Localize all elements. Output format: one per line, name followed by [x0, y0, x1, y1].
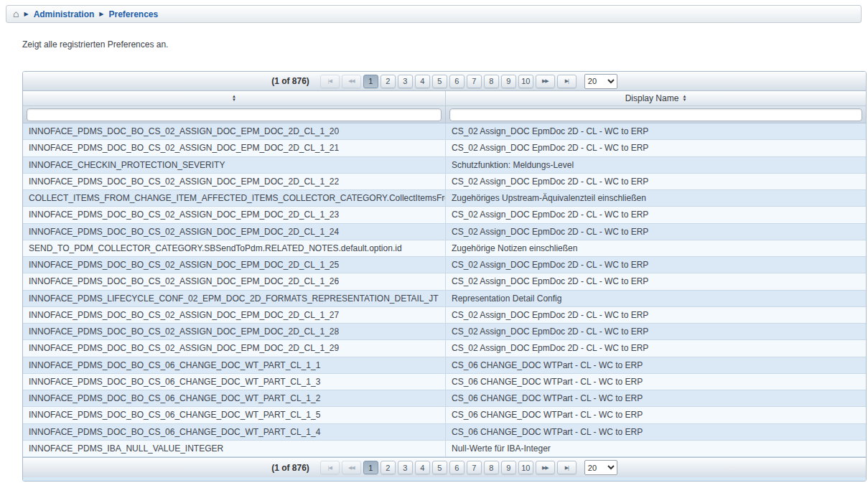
page-10-button[interactable]: 10	[518, 461, 533, 474]
page-3-button[interactable]: 3	[398, 461, 413, 474]
cell-display-name: CS_06 CHANGE_DOC WTPart - CL - WC to ERP	[446, 357, 866, 373]
page-7-button[interactable]: 7	[467, 461, 482, 474]
page-9-button[interactable]: 9	[501, 75, 516, 88]
page-1-button[interactable]: 1	[363, 461, 378, 474]
column-header-label: Display Name	[625, 93, 679, 103]
cell-display-name: CS_02 Assign_DOC EpmDoc 2D - CL - WC to …	[446, 307, 866, 323]
page-3-button[interactable]: 3	[398, 75, 413, 88]
page-2-button[interactable]: 2	[381, 75, 396, 88]
last-page-button[interactable]: ▶|	[557, 75, 577, 88]
cell-preference-name: INNOFACE_PDMS_DOC_BO_CS_02_ASSIGN_DOC_EP…	[23, 340, 446, 356]
table-row[interactable]: INNOFACE_PDMS_DOC_BO_CS_02_ASSIGN_DOC_EP…	[23, 174, 866, 190]
cell-preference-name: COLLECT_ITEMS_FROM_CHANGE_ITEM_AFFECTED_…	[23, 190, 446, 206]
breadcrumb-separator-icon: ▶	[99, 11, 103, 17]
previous-page-button: ◀◀	[342, 461, 361, 474]
table-row[interactable]: INNOFACE_PDMS_DOC_BO_CS_02_ASSIGN_DOC_EP…	[23, 140, 866, 156]
first-page-button: |◀	[320, 461, 340, 474]
cell-display-name: CS_02 Assign_DOC EpmDoc 2D - CL - WC to …	[446, 224, 866, 240]
paginator-current-text: (1 of 876)	[271, 76, 309, 86]
name-filter-input[interactable]	[27, 108, 442, 121]
cell-preference-name: INNOFACE_PDMS_DOC_BO_CS_02_ASSIGN_DOC_EP…	[23, 174, 446, 189]
cell-preference-name: INNOFACE_PDMS_DOC_BO_CS_02_ASSIGN_DOC_EP…	[23, 273, 446, 289]
cell-display-name: Zugehörige Notizen einschließen	[446, 240, 866, 256]
cell-preference-name: INNOFACE_PDMS_DOC_BO_CS_02_ASSIGN_DOC_EP…	[23, 207, 446, 222]
cell-preference-name: INNOFACE_PDMS_DOC_BO_CS_02_ASSIGN_DOC_EP…	[23, 224, 446, 240]
page-6-button[interactable]: 6	[449, 75, 465, 88]
table-row[interactable]: INNOFACE_PDMS_DOC_BO_CS_02_ASSIGN_DOC_EP…	[23, 123, 866, 140]
preferences-table: (1 of 876)|◀◀◀12345678910▶▶▶|20 ▲▼ Displ…	[22, 71, 867, 482]
table-row[interactable]: INNOFACE_PDMS_IBA_NULL_VALUE_INTEGERNull…	[23, 441, 866, 457]
rows-per-page-select[interactable]: 20	[584, 74, 617, 89]
table-row[interactable]: INNOFACE_PDMS_DOC_BO_CS_06_CHANGE_DOC_WT…	[23, 407, 866, 423]
page-5-button[interactable]: 5	[432, 75, 447, 88]
page-description: Zeigt alle registrierten Preferences an.	[22, 39, 168, 50]
page-2-button[interactable]: 2	[381, 461, 396, 474]
page-8-button[interactable]: 8	[484, 461, 499, 474]
table-row[interactable]: INNOFACE_PDMS_DOC_BO_CS_02_ASSIGN_DOC_EP…	[23, 207, 866, 223]
page-7-button[interactable]: 7	[467, 75, 482, 88]
table-row[interactable]: INNOFACE_PDMS_DOC_BO_CS_06_CHANGE_DOC_WT…	[23, 390, 866, 407]
table-row[interactable]: INNOFACE_PDMS_DOC_BO_CS_02_ASSIGN_DOC_EP…	[23, 324, 866, 340]
cell-display-name: CS_06 CHANGE_DOC WTPart - CL - WC to ERP	[446, 407, 866, 423]
page-5-button[interactable]: 5	[432, 461, 447, 474]
page-10-button[interactable]: 10	[518, 75, 533, 88]
page-6-button[interactable]: 6	[449, 461, 465, 474]
breadcrumb-separator-icon: ▶	[24, 11, 28, 17]
next-page-button[interactable]: ▶▶	[536, 461, 555, 474]
table-row[interactable]: SEND_TO_PDM_COLLECTOR_CATEGORY.SBSendToP…	[23, 240, 866, 257]
table-header-row: ▲▼ Display Name ▲▼	[23, 91, 866, 106]
paginator-top: (1 of 876)|◀◀◀12345678910▶▶▶|20	[23, 72, 866, 91]
cell-display-name: CS_02 Assign_DOC EpmDoc 2D - CL - WC to …	[446, 140, 866, 156]
page-8-button[interactable]: 8	[484, 75, 499, 88]
breadcrumb: ⌂ ▶ Administration ▶ Preferences	[6, 5, 862, 23]
table-row[interactable]: INNOFACE_PDMS_DOC_BO_CS_02_ASSIGN_DOC_EP…	[23, 257, 866, 273]
next-page-button[interactable]: ▶▶	[536, 75, 555, 88]
first-page-button: |◀	[320, 75, 340, 88]
table-row[interactable]: INNOFACE_PDMS_DOC_BO_CS_02_ASSIGN_DOC_EP…	[23, 340, 866, 357]
cell-preference-name: INNOFACE_PDMS_DOC_BO_CS_06_CHANGE_DOC_WT…	[23, 407, 446, 423]
table-row[interactable]: INNOFACE_PDMS_DOC_BO_CS_06_CHANGE_DOC_WT…	[23, 357, 866, 374]
display-name-filter-input[interactable]	[449, 108, 862, 121]
cell-display-name: CS_02 Assign_DOC EpmDoc 2D - CL - WC to …	[446, 340, 866, 356]
table-row[interactable]: INNOFACE_PDMS_DOC_BO_CS_06_CHANGE_DOC_WT…	[23, 374, 866, 390]
table-row[interactable]: INNOFACE_PDMS_DOC_BO_CS_02_ASSIGN_DOC_EP…	[23, 224, 866, 240]
table-row[interactable]: INNOFACE_PDMS_DOC_BO_CS_02_ASSIGN_DOC_EP…	[23, 273, 866, 290]
table-row[interactable]: COLLECT_ITEMS_FROM_CHANGE_ITEM_AFFECTED_…	[23, 190, 866, 207]
cell-display-name: CS_02 Assign_DOC EpmDoc 2D - CL - WC to …	[446, 324, 866, 339]
cell-display-name: CS_02 Assign_DOC EpmDoc 2D - CL - WC to …	[446, 207, 866, 222]
table-row[interactable]: INNOFACE_PDMS_DOC_BO_CS_02_ASSIGN_DOC_EP…	[23, 307, 866, 324]
page-4-button[interactable]: 4	[415, 461, 430, 474]
cell-display-name: CS_06 CHANGE_DOC WTPart - CL - WC to ERP	[446, 390, 866, 406]
table-row[interactable]: INNOFACE_PDMS_LIFECYCLE_CONF_02_EPM_DOC_…	[23, 291, 866, 307]
table-row[interactable]: INNOFACE_PDMS_DOC_BO_CS_06_CHANGE_DOC_WT…	[23, 424, 866, 441]
cell-preference-name: INNOFACE_PDMS_DOC_BO_CS_02_ASSIGN_DOC_EP…	[23, 140, 446, 156]
name-filter-cell	[23, 106, 446, 123]
rows-per-page-select[interactable]: 20	[584, 460, 617, 475]
cell-preference-name: INNOFACE_PDMS_DOC_BO_CS_02_ASSIGN_DOC_EP…	[23, 257, 446, 273]
page-9-button[interactable]: 9	[501, 461, 516, 474]
cell-display-name: Schutzfunktion: Meldungs-Level	[446, 157, 866, 173]
table-body: INNOFACE_PDMS_DOC_BO_CS_02_ASSIGN_DOC_EP…	[23, 123, 866, 457]
cell-display-name: CS_02 Assign_DOC EpmDoc 2D - CL - WC to …	[446, 273, 866, 289]
cell-display-name: Representation Detail Config	[446, 291, 866, 306]
cell-preference-name: SEND_TO_PDM_COLLECTOR_CATEGORY.SBSendToP…	[23, 240, 446, 256]
page-1-button[interactable]: 1	[363, 75, 378, 88]
column-header-display-name[interactable]: Display Name ▲▼	[446, 91, 866, 105]
table-row[interactable]: INNOFACE_CHECKIN_PROTECTION_SEVERITYSchu…	[23, 157, 866, 174]
cell-preference-name: INNOFACE_PDMS_DOC_BO_CS_02_ASSIGN_DOC_EP…	[23, 324, 446, 339]
cell-display-name: CS_02 Assign_DOC EpmDoc 2D - CL - WC to …	[446, 174, 866, 189]
previous-page-button: ◀◀	[342, 75, 361, 88]
cell-display-name: Null-Werte für IBA-Integer	[446, 441, 866, 456]
sort-icon[interactable]: ▲▼	[682, 95, 686, 102]
display-name-filter-cell	[446, 106, 866, 123]
column-header-name[interactable]: ▲▼	[23, 91, 446, 105]
sort-icon[interactable]: ▲▼	[232, 95, 236, 102]
cell-display-name: CS_06 CHANGE_DOC WTPart - CL - WC to ERP	[446, 374, 866, 390]
breadcrumb-administration[interactable]: Administration	[34, 9, 95, 19]
breadcrumb-preferences[interactable]: Preferences	[108, 9, 158, 19]
last-page-button[interactable]: ▶|	[557, 461, 577, 474]
cell-preference-name: INNOFACE_PDMS_IBA_NULL_VALUE_INTEGER	[23, 441, 446, 456]
page-4-button[interactable]: 4	[415, 75, 430, 88]
home-icon[interactable]: ⌂	[13, 9, 19, 19]
table-footer-strip	[23, 477, 866, 481]
